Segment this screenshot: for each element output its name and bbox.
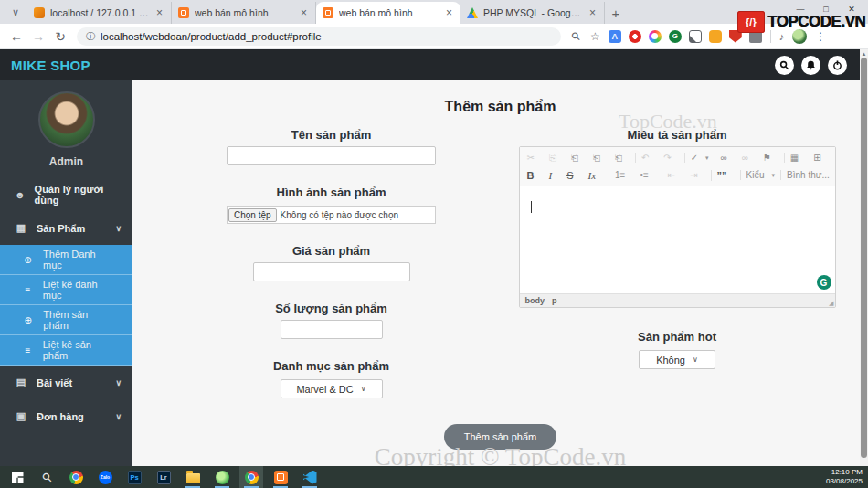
search-icon[interactable] — [775, 56, 794, 75]
forward-icon[interactable]: → — [29, 29, 48, 44]
app-navbar: MIKE SHOP — [0, 49, 860, 80]
app-brand[interactable]: MIKE SHOP — [0, 58, 132, 73]
remove-format-icon[interactable]: Ix — [584, 170, 607, 181]
reload-icon[interactable]: ↻ — [51, 29, 69, 44]
strikethrough-icon[interactable]: S — [563, 170, 584, 181]
hot-select[interactable]: Không ∨ — [639, 350, 715, 369]
dropdown-arrow-icon: ▾ — [705, 154, 709, 162]
sidebar-item[interactable]: ▣ Đơn hàng ∨ — [0, 399, 132, 433]
sidebar-item[interactable]: ▦ Sản Phẩm ∨ — [0, 211, 132, 245]
taskbar-clock[interactable]: 12:10 PM 03/08/2025 — [826, 466, 863, 488]
power-icon[interactable] — [828, 56, 847, 75]
address-bar[interactable]: ⓘ localhost/webdoan/product/add_product#… — [77, 27, 561, 46]
sidebar-item-label: Thêm sản phẩm — [43, 309, 112, 331]
tab-favicon — [323, 7, 333, 18]
sidebar-item[interactable]: ⊕ Thêm sản phẩm — [0, 305, 132, 335]
tab-close-icon[interactable]: × — [587, 6, 598, 19]
vscode-icon[interactable] — [298, 466, 322, 488]
cut-icon[interactable]: ✂ — [524, 153, 545, 163]
image-icon[interactable]: ▦ — [784, 153, 810, 163]
text-caret — [531, 201, 532, 213]
ordered-list-icon[interactable]: 1≡ — [609, 170, 636, 180]
indent-icon[interactable]: ⇥ — [686, 170, 708, 180]
color-ring-extension-icon[interactable] — [649, 30, 662, 43]
lightroom-icon[interactable]: Lr — [152, 466, 175, 488]
image-label: Hình ảnh sản phẩm — [277, 186, 386, 199]
sidebar-item-label: Bài viết — [37, 377, 72, 388]
chrome-active-icon[interactable] — [239, 466, 263, 488]
browser-tab[interactable]: web bán mô hình × — [316, 2, 460, 24]
bold-icon[interactable]: B — [524, 170, 545, 181]
unordered-list-icon[interactable]: •≡ — [636, 170, 659, 180]
green-app-icon[interactable] — [210, 466, 234, 488]
red-ring-extension-icon[interactable] — [629, 30, 641, 43]
file-input[interactable]: Chọn tệp Không có tệp nào được chọn — [227, 206, 436, 224]
grammarly-icon[interactable]: G — [817, 275, 831, 290]
paste-icon[interactable]: ⎗ — [567, 153, 589, 164]
bookmark-star-icon[interactable]: ☆ — [590, 30, 600, 43]
tab-close-icon[interactable]: × — [444, 6, 454, 19]
chrome-pinned-icon[interactable] — [64, 466, 88, 488]
resize-handle[interactable]: ◢ — [829, 300, 833, 307]
path-element[interactable]: body — [525, 296, 545, 305]
zalo-icon[interactable]: Zalo — [93, 466, 117, 488]
hot-label: Sản phẩm hot — [638, 330, 716, 344]
blockquote-icon[interactable]: ”” — [711, 170, 738, 181]
paragraph-format-dropdown[interactable]: Bình thư...▾ — [780, 170, 831, 180]
price-input[interactable] — [253, 262, 410, 281]
redo-icon[interactable]: ↷ — [660, 153, 682, 163]
outdent-icon[interactable]: ⇤ — [662, 170, 686, 180]
tab-title: web bán mô hình — [195, 7, 293, 18]
browser-tab[interactable]: localhost / 127.0.0.1 / webdoan / × — [27, 2, 172, 24]
browser-tab[interactable]: PHP MYSQL - Google Drive × — [460, 2, 605, 24]
grammarly-extension-icon[interactable]: G — [669, 30, 682, 43]
sidebar-item[interactable]: ☻ Quản lý người dùng — [0, 177, 132, 211]
scroll-up-icon[interactable]: ▲ — [860, 49, 868, 58]
scrollbar-thumb[interactable] — [861, 58, 867, 458]
tab-close-icon[interactable]: × — [299, 6, 309, 19]
screenshot-extension-icon[interactable] — [689, 30, 702, 43]
url-text[interactable]: localhost/webdoan/product/add_product#pr… — [101, 31, 322, 42]
start-button[interactable] — [5, 466, 29, 488]
back-icon[interactable]: ← — [7, 29, 26, 44]
italic-icon[interactable]: I — [545, 170, 563, 181]
styles-dropdown[interactable]: Kiểu▾ — [740, 170, 779, 180]
new-tab-button[interactable]: + — [605, 2, 627, 24]
page-scrollbar[interactable]: ▲ — [860, 49, 868, 466]
site-info-icon[interactable]: ⓘ — [86, 30, 95, 43]
sidebar-item[interactable]: ⊕ Thêm Danh mục — [0, 245, 132, 275]
link-icon[interactable]: ∞ — [715, 153, 738, 163]
editor-content-area[interactable]: G — [520, 186, 835, 293]
undo-icon[interactable]: ↶ — [635, 153, 660, 163]
photoshop-icon[interactable]: Ps — [122, 466, 146, 488]
tab-search-icon[interactable]: ∨ — [5, 2, 26, 22]
choose-file-button[interactable]: Chọn tệp — [228, 208, 277, 222]
tab-close-icon[interactable]: × — [154, 6, 164, 19]
taskbar-icons: ⚲ Zalo Ps Lr — [5, 466, 322, 488]
qty-input[interactable] — [281, 320, 383, 339]
chevron-down-icon: ∨ — [115, 224, 122, 233]
bell-icon[interactable] — [801, 56, 820, 75]
copy-icon[interactable]: ⎘ — [545, 153, 567, 164]
spellcheck-icon[interactable]: ✓▾ — [684, 153, 713, 163]
path-element[interactable]: p — [552, 296, 557, 305]
category-select[interactable]: Marvel & DC ∨ — [281, 379, 383, 398]
app-body: Admin ☻ Quản lý người dùng ▦ Sản Phẩm ∨ — [0, 80, 868, 466]
paste-plain-text-icon[interactable]: ⎗ — [589, 153, 611, 164]
sidebar-item[interactable]: ≡ Liệt kê sản phẩm — [0, 335, 132, 366]
sidebar-item[interactable]: ▤ Bài viết ∨ — [0, 366, 132, 399]
file-explorer-icon[interactable] — [181, 466, 205, 488]
translate-extension-icon[interactable]: A — [609, 30, 621, 43]
table-icon[interactable]: ⊞ — [810, 153, 831, 163]
taskbar-search-icon[interactable]: ⚲ — [35, 466, 58, 488]
xampp-icon[interactable] — [269, 466, 292, 488]
sidebar-item[interactable]: ≡ Liệt kê danh mục — [0, 275, 132, 305]
unlink-icon[interactable]: ∞ — [738, 153, 759, 163]
browser-tab[interactable]: web bán mô hình × — [172, 2, 316, 24]
paste-from-word-icon[interactable]: ⎗ — [611, 153, 633, 164]
anchor-icon[interactable]: ⚑ — [759, 153, 782, 163]
zoom-icon[interactable]: ⚲ — [570, 29, 585, 44]
qty-label: Số lượng sản phẩm — [275, 302, 387, 315]
name-input[interactable] — [227, 146, 436, 165]
orange-extension-icon[interactable] — [709, 30, 722, 43]
